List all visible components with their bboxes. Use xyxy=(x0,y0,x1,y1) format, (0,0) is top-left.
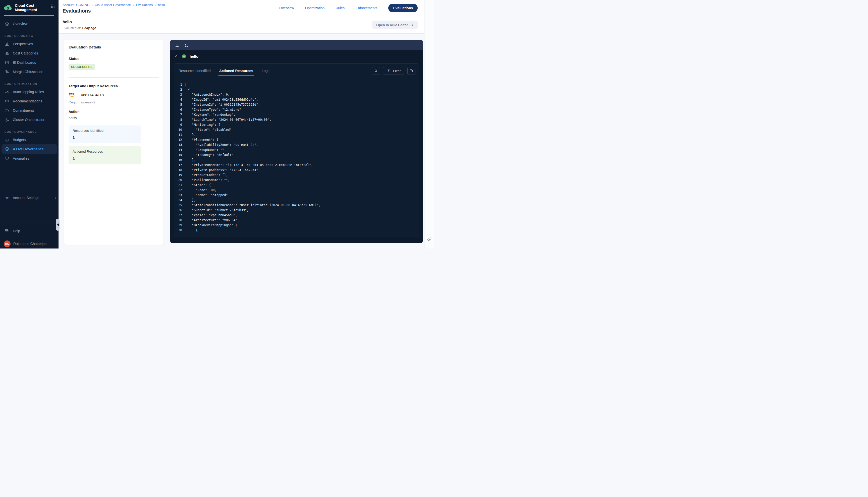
sidebar-item-help[interactable]: ? Help xyxy=(0,226,58,236)
fullscreen-button[interactable] xyxy=(184,42,190,48)
code-line: 30 { xyxy=(177,228,419,233)
chat-bubbles-icon xyxy=(426,237,432,242)
copy-icon xyxy=(409,69,414,73)
breadcrumb-cloud-asset-governance[interactable]: Cloud Asset Governance xyxy=(95,3,131,7)
sidebar-collapse-handle[interactable] xyxy=(56,218,59,231)
sidebar-item-anomalies[interactable]: Anomalies xyxy=(0,154,58,163)
code-line: 25 "StateTransitionReason": "User initia… xyxy=(177,202,419,208)
nav-evaluations-active[interactable]: Evaluations xyxy=(388,4,418,12)
sidebar-item-asset-governance[interactable]: $ Asset Governance xyxy=(1,144,57,154)
resources-identified-stat[interactable]: Resources Identified 1 xyxy=(69,126,141,143)
line-content: "PrivateIpAddress": "172.31.44.254", xyxy=(184,167,260,172)
line-content: "State": "disabled" xyxy=(184,127,232,132)
line-content: }, xyxy=(184,157,196,162)
sidebar: $ Cloud Cost Management Overview COST xyxy=(0,0,58,248)
line-content: "Architecture": "x86_64", xyxy=(184,218,239,223)
line-content: }, xyxy=(184,132,196,137)
actioned-resources-value: 1 xyxy=(73,156,137,160)
sidebar-item-commitments[interactable]: Commitments xyxy=(0,106,58,115)
tab-actioned-resources[interactable]: Actioned Resources xyxy=(219,67,254,76)
open-in-rule-editor-button[interactable]: Open in Rule Editor xyxy=(372,20,418,29)
user-name: Rajarshee Chatterjee xyxy=(13,242,46,246)
breadcrumb-account[interactable]: Account: CCM-NG xyxy=(62,3,90,7)
filter-button[interactable]: Filter xyxy=(383,67,404,75)
download-button[interactable] xyxy=(174,42,180,48)
app-grid-icon[interactable] xyxy=(50,3,56,10)
section-cost-reporting: COST REPORTING xyxy=(4,34,58,38)
panel-title-row: hello xyxy=(170,50,423,61)
code-line: 4 "ImageId": "ami-002438e556dd03e4c", xyxy=(177,97,419,102)
line-number: 18 xyxy=(177,167,182,172)
search-button[interactable] xyxy=(372,67,380,75)
line-number: 17 xyxy=(177,162,182,167)
line-content: "PrivateDnsName": "ip-172-31-44-254.us-e… xyxy=(184,162,313,167)
code-line: 14 "GroupName": "", xyxy=(177,147,419,152)
panel-evaluation-name: hello xyxy=(190,54,198,58)
line-number: 20 xyxy=(177,178,182,183)
sidebar-item-cost-categories[interactable]: Cost Categories xyxy=(0,48,58,58)
sidebar-item-recommendations[interactable]: Recommendations xyxy=(0,96,58,106)
code-line: 1[ xyxy=(177,82,419,87)
copy-button[interactable] xyxy=(407,67,416,75)
svg-text:aws: aws xyxy=(69,93,74,95)
code-viewer[interactable]: 1[2 {3 "AmiLaunchIndex": 0,4 "ImageId": … xyxy=(174,76,419,237)
code-line: 11 }, xyxy=(177,132,419,137)
aws-account-id: 108817434118 xyxy=(79,93,104,97)
user-menu[interactable]: RC Rajarshee Chatterjee xyxy=(0,236,58,248)
code-line: 19 "ProductCodes": [], xyxy=(177,172,419,178)
line-number: 7 xyxy=(177,112,182,117)
sidebar-item-perspectives[interactable]: Perspectives xyxy=(0,39,58,48)
details-card-title: Evaluation Details xyxy=(69,45,159,49)
line-content: "Name": "stopped" xyxy=(184,193,228,198)
code-line: 6 "InstanceType": "t2.micro", xyxy=(177,107,419,112)
line-number: 27 xyxy=(177,213,182,218)
evaluation-result-panel: hello Resources Identified Actioned Reso… xyxy=(170,40,423,243)
sidebar-item-budgets[interactable]: $ Budgets xyxy=(0,135,58,144)
chat-support-button[interactable] xyxy=(426,236,433,242)
panel-toolbar xyxy=(170,40,423,50)
nav-optimization[interactable]: Optimization xyxy=(305,6,324,10)
sidebar-item-overview[interactable]: Overview xyxy=(0,19,58,28)
app-root: $ Cloud Cost Management Overview COST xyxy=(0,0,434,248)
resources-code-card: Resources Identified Actioned Resources … xyxy=(174,63,419,237)
panel-tabs: Resources Identified Actioned Resources … xyxy=(178,67,270,76)
line-content: "InstanceType": "t2.micro", xyxy=(184,107,243,112)
breadcrumb: Account: CCM-NG › Cloud Asset Governance… xyxy=(62,3,165,7)
sidebar-item-bi-dashboards[interactable]: BI Dashboards xyxy=(0,58,58,67)
page-title: Evaluations xyxy=(62,8,165,14)
sidebar-item-autostopping-rules[interactable]: AutoStopping Rules xyxy=(0,87,58,96)
code-line: 20 "PublicDnsName": "", xyxy=(177,178,419,183)
line-content: "PublicDnsName": "", xyxy=(184,178,230,183)
svg-text:$: $ xyxy=(7,6,9,10)
breadcrumb-evaluations[interactable]: Evaluations xyxy=(136,3,153,7)
sidebar-nav: Overview COST REPORTING Perspectives Cos… xyxy=(0,16,58,222)
line-number: 30 xyxy=(177,228,182,233)
module-nav: Overview Optimization Rules Enforcements… xyxy=(279,4,418,12)
svg-text:$: $ xyxy=(6,148,8,150)
nav-overview[interactable]: Overview xyxy=(279,6,294,10)
cloud-cost-logo-icon: $ xyxy=(3,3,12,13)
code-line: 7 "KeyName": "randomkey", xyxy=(177,112,419,117)
line-content: "Tenancy": "default" xyxy=(184,152,234,157)
sidebar-item-margin-obfuscation[interactable]: Margin Obfuscation xyxy=(0,67,58,76)
code-line: 23 "Name": "stopped" xyxy=(177,193,419,198)
actioned-resources-label: Actioned Resources xyxy=(73,150,137,153)
tab-resources-identified[interactable]: Resources Identified xyxy=(178,67,211,76)
tab-logs[interactable]: Logs xyxy=(261,67,270,76)
nav-rules[interactable]: Rules xyxy=(336,6,345,10)
nav-enforcements[interactable]: Enforcements xyxy=(356,6,377,10)
line-number: 15 xyxy=(177,152,182,157)
line-content: "LaunchTime": "2024-06-06T04:41:37+00:00… xyxy=(184,117,271,122)
breadcrumb-hello[interactable]: hello xyxy=(158,3,165,7)
evaluated-at-value: 1 day ago xyxy=(82,26,96,30)
collapse-arrow-icon xyxy=(57,223,59,226)
shield-dollar-icon: $ xyxy=(4,146,10,152)
avatar: RC xyxy=(4,240,11,247)
line-number: 5 xyxy=(177,102,182,107)
download-icon xyxy=(175,43,179,47)
line-number: 12 xyxy=(177,137,182,142)
chevron-up-icon[interactable] xyxy=(174,54,178,59)
actioned-resources-stat[interactable]: Actioned Resources 1 xyxy=(69,146,141,164)
sidebar-item-account-settings[interactable]: Account Settings › xyxy=(0,193,58,202)
sidebar-item-cluster-orchestrator[interactable]: Cluster Orchestrator xyxy=(0,115,58,124)
